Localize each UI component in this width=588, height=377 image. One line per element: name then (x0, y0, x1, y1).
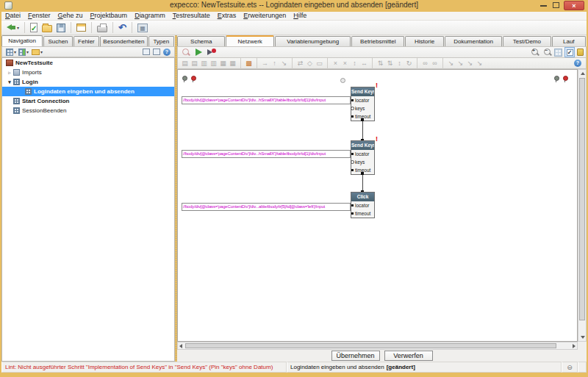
tab-typen[interactable]: Typen (148, 36, 174, 46)
diagram-tool-icon[interactable]: × (331, 59, 340, 68)
grid-toggle-icon[interactable] (554, 49, 562, 57)
diagram-tool-icon[interactable]: ↕ (395, 59, 404, 68)
tab-netzwerk[interactable]: Netzwerk (226, 35, 273, 46)
diagram-tool-icon[interactable]: ⇅ (385, 59, 395, 68)
tab-fehler[interactable]: Fehler (74, 36, 99, 46)
new-action-icon[interactable] (6, 49, 13, 56)
save-button[interactable] (54, 21, 68, 35)
tab-historie[interactable]: Historie (405, 36, 444, 46)
pin-timeout[interactable]: timeout (351, 209, 374, 218)
diagram-help-icon[interactable]: ? (574, 60, 581, 67)
diagram-tool-icon[interactable]: ▥ (199, 59, 209, 68)
minimize-icon[interactable] (540, 5, 547, 7)
open-button[interactable] (40, 21, 54, 35)
diagram-tool-icon[interactable]: ↘ (446, 59, 456, 68)
tree-row-start-connection[interactable]: Start Connection (2, 96, 174, 106)
tree-row-login[interactable]: ▾ Login (2, 77, 174, 87)
accept-button[interactable]: ✓ (28, 21, 40, 35)
diagram-tool-icon[interactable]: ⇅ (376, 59, 385, 68)
xpath-label-1[interactable]: //body/div[@class='pageContentDiv']/div.… (182, 96, 351, 104)
tab-schema[interactable]: Schema (177, 36, 225, 46)
diagram-tool-icon[interactable]: ▦ (228, 59, 237, 68)
node-send-keys-1[interactable]: Send Keys locator keys timeout (351, 87, 375, 121)
diagram-tool-icon[interactable]: ↕ (350, 59, 359, 68)
pin-red-icon[interactable] (190, 76, 196, 82)
diagram-tool-icon[interactable]: ↘ (465, 59, 475, 68)
settings-button[interactable]: ▦ (135, 21, 150, 35)
new-compound-dropdown-icon[interactable]: ▾ (26, 49, 29, 54)
diagram-tool-icon[interactable]: ▤ (180, 59, 190, 68)
tree-row-imports[interactable]: ▹ Imports (2, 68, 174, 77)
diagram-tool-icon[interactable]: ↻ (404, 59, 414, 68)
menu-extras[interactable]: Extras (214, 12, 240, 20)
menu-erweiterungen[interactable]: Erweiterungen (240, 12, 290, 20)
diagram-tool-icon[interactable]: ◇ (305, 59, 315, 68)
menu-fenster[interactable]: Fenster (24, 12, 54, 20)
tree-row-sessionbeenden[interactable]: SessionBeenden (2, 106, 174, 115)
diagram-tool-icon[interactable]: → (260, 59, 270, 68)
diagram-tool-icon[interactable]: ↘ (456, 59, 465, 68)
menu-gehe-zu[interactable]: Gehe zu (54, 12, 87, 20)
menu-testresultate[interactable]: Testresultate (169, 12, 214, 20)
new-compound-icon[interactable] (18, 49, 26, 56)
menu-datei[interactable]: Datei (1, 12, 24, 20)
new-action-dropdown-icon[interactable]: ▾ (14, 49, 16, 54)
diagram-tool-icon[interactable]: ↘ (475, 59, 484, 68)
diagram-tool-icon[interactable]: ▭ (315, 59, 324, 68)
zoom-out-icon[interactable]: − (544, 49, 552, 57)
search-icon[interactable] (182, 49, 190, 57)
diagram-tool-icon[interactable]: ↘ (279, 59, 289, 68)
node-send-keys-2[interactable]: Send Keys locator keys timeout (351, 140, 375, 175)
horizontal-scrollbar[interactable] (177, 342, 578, 350)
diagram-tool-icon[interactable]: ↑ (270, 59, 279, 68)
tab-besonderheiten[interactable]: Besonderheiten (100, 36, 148, 46)
debug-run-icon[interactable] (207, 49, 216, 57)
tree-row-root[interactable]: NewTestsuite (2, 58, 174, 68)
scrollbar-thumb[interactable] (579, 78, 585, 320)
pin-locator[interactable]: locator (351, 96, 374, 104)
menu-diagramm[interactable]: Diagramm (131, 12, 169, 20)
back-button[interactable]: ▾ (4, 21, 21, 35)
vertical-scrollbar[interactable] (578, 69, 587, 342)
edge-tool-icon[interactable] (577, 49, 584, 56)
maximize-icon[interactable] (553, 2, 559, 8)
undo-button[interactable]: ↶ (116, 21, 129, 35)
tab-test-demo[interactable]: Test/Demo (503, 36, 551, 46)
start-connector-icon[interactable] (340, 78, 345, 83)
tree-row-logindaten[interactable]: Logindaten eingeben und absenden (2, 87, 174, 96)
discard-button[interactable]: Verwerfen (384, 351, 433, 361)
pin-keys[interactable]: keys (351, 104, 374, 112)
pin-gray-icon[interactable] (182, 76, 187, 82)
scroll-down-icon[interactable] (581, 336, 585, 339)
pin-keys[interactable]: keys (351, 158, 374, 166)
new-window-button[interactable] (74, 21, 88, 35)
print-button[interactable] (95, 21, 110, 35)
new-folder-icon[interactable] (32, 49, 40, 55)
tab-dokumentation[interactable]: Dokumentation (445, 36, 502, 46)
close-button[interactable]: × (564, 1, 584, 10)
expander-collapsed-icon[interactable]: ▹ (7, 70, 12, 76)
autoconnect-toggle[interactable]: ✓ (564, 47, 575, 57)
zoom-in-icon[interactable]: + (531, 49, 539, 57)
pin-locator[interactable]: locator (351, 201, 374, 209)
menu-projektbaum[interactable]: Projektbaum (87, 12, 132, 20)
pin-locator[interactable]: locator (351, 150, 374, 158)
diagram-tool-icon[interactable]: ∞ (420, 59, 430, 68)
tab-variablenumgebung[interactable]: Variablenumgebung (275, 36, 351, 46)
tree-help-icon[interactable]: ? (163, 49, 171, 56)
diagram-tool-icon[interactable]: ∞ (430, 59, 440, 68)
xpath-label-3[interactable]: //body/div[@class='pageContentDiv']/div.… (182, 203, 351, 211)
menu-hilfe[interactable]: Hilfe (290, 12, 310, 20)
diagram-tool-icon[interactable]: ▥ (209, 59, 218, 68)
scroll-right-icon[interactable] (573, 344, 576, 348)
diagram-tool-icon[interactable]: ⇄ (295, 59, 305, 68)
diagram-tool-icon[interactable]: ↔ (359, 59, 369, 68)
scroll-up-icon[interactable] (581, 72, 585, 75)
diagram-tool-icon[interactable]: × (340, 59, 350, 68)
view-split-icon[interactable] (153, 49, 160, 55)
new-folder-dropdown-icon[interactable]: ▾ (40, 49, 43, 54)
pin-red-icon[interactable] (562, 76, 568, 82)
tab-suchen[interactable]: Suchen (43, 36, 73, 46)
scrollbar-thumb[interactable] (185, 343, 556, 348)
tab-lauf[interactable]: Lauf (552, 36, 586, 46)
